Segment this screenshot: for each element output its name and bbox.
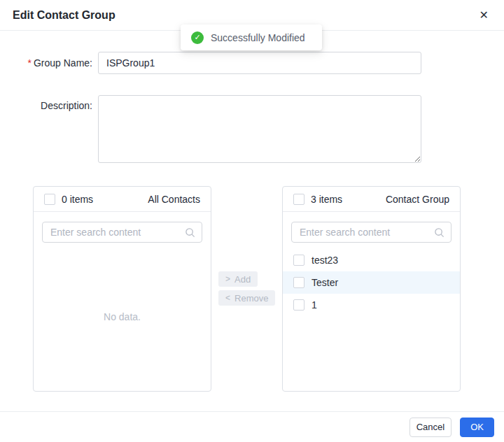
remove-button-label: Remove [234, 293, 268, 304]
item-label: 1 [312, 299, 317, 311]
target-count: 3 items [311, 194, 342, 205]
group-name-row: *Group Name: [0, 52, 504, 74]
target-title: Contact Group [386, 194, 449, 205]
target-search-input[interactable] [291, 222, 451, 243]
close-icon[interactable]: ✕ [477, 8, 491, 22]
add-button[interactable]: > Add [218, 271, 258, 287]
success-check-icon: ✓ [191, 31, 204, 44]
add-button-label: Add [234, 274, 251, 285]
item-checkbox[interactable] [293, 277, 304, 288]
description-textarea[interactable] [98, 95, 421, 163]
dialog-footer: Cancel OK [0, 411, 504, 442]
source-count: 0 items [62, 194, 93, 205]
item-label: test23 [312, 255, 338, 266]
list-item[interactable]: Tester [283, 271, 460, 294]
chevron-left-icon: < [225, 293, 230, 303]
item-checkbox[interactable] [293, 299, 304, 311]
transfer-buttons: > Add < Remove [211, 186, 282, 306]
source-title: All Contacts [148, 194, 200, 205]
item-checkbox[interactable] [293, 255, 304, 266]
contact-transfer: 0 items All Contacts No data. > Add < Re… [0, 186, 504, 392]
description-label: Description: [0, 95, 98, 111]
source-empty-text: No data. [34, 243, 211, 391]
all-contacts-panel: 0 items All Contacts No data. [33, 186, 211, 392]
remove-button[interactable]: < Remove [218, 290, 275, 306]
dialog-title: Edit Contact Group [13, 9, 115, 22]
target-search [283, 212, 460, 243]
select-all-source-checkbox[interactable] [44, 194, 55, 205]
source-search-input[interactable] [42, 222, 202, 243]
group-name-label: *Group Name: [0, 57, 98, 69]
source-search [34, 212, 211, 243]
list-item[interactable]: 1 [283, 294, 460, 316]
contact-group-header: 3 items Contact Group [283, 187, 460, 212]
chevron-right-icon: > [225, 274, 230, 284]
item-label: Tester [312, 277, 338, 288]
success-toast: ✓ Successfully Modified [181, 24, 322, 50]
description-row: Description: [0, 95, 504, 163]
group-name-input[interactable] [98, 52, 421, 74]
contact-group-panel: 3 items Contact Group test23 Tester 1 [282, 186, 461, 392]
select-all-target-checkbox[interactable] [293, 194, 304, 205]
required-asterisk: * [28, 57, 31, 69]
target-item-list: test23 Tester 1 [283, 249, 460, 391]
list-item[interactable]: test23 [283, 249, 460, 271]
ok-button[interactable]: OK [460, 418, 494, 437]
edit-form: *Group Name: Description: [0, 31, 504, 163]
all-contacts-header: 0 items All Contacts [34, 187, 211, 212]
toast-message: Successfully Modified [211, 32, 305, 43]
group-name-label-text: Group Name: [34, 57, 92, 69]
cancel-button[interactable]: Cancel [410, 418, 451, 437]
